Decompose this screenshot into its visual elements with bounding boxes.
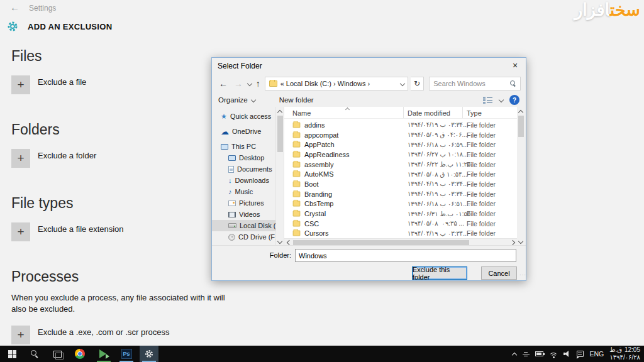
task-view-button[interactable] (48, 346, 67, 362)
scroll-down-icon[interactable] (278, 239, 282, 244)
exclude-this-folder-button[interactable]: Exclude this folder (412, 266, 467, 280)
chrome-taskbar-button[interactable] (70, 346, 89, 362)
close-icon[interactable]: × (504, 58, 526, 74)
file-row[interactable]: AppPatch۱۳۹۴/۰۶/۱۸ب۰۶:۵۹...File folder (284, 140, 517, 150)
this-pc-icon (221, 144, 228, 150)
videos-icon (228, 212, 236, 217)
file-row[interactable]: Boot۱۳۹۴/۰۴/۱۹ب۰۳:۳۴...File folder (284, 179, 517, 189)
cancel-button[interactable]: Cancel (481, 266, 517, 280)
page-title: ADD AN EXCLUSION (28, 22, 112, 31)
nav-documents[interactable]: Documents (212, 163, 275, 175)
settings-window: ← Settings سختافزار ADD AN EXCLUSION Fil… (0, 0, 644, 362)
nav-quick-access[interactable]: ★Quick access (212, 111, 275, 122)
breadcrumb[interactable]: « Local Disk (C:) › Windows › (280, 80, 370, 87)
help-icon[interactable]: ? (509, 95, 519, 105)
folder-icon (293, 231, 301, 236)
back-arrow-icon[interactable]: ← (10, 2, 19, 13)
scroll-thumb[interactable] (518, 116, 524, 137)
column-name[interactable]: Name (292, 109, 311, 117)
folder-icon (293, 122, 301, 128)
nav-onedrive[interactable]: ☁OneDrive (212, 126, 275, 137)
file-row[interactable]: Branding۱۳۹۴/۰۴/۱۹ب۰۳:۳۴...File folder (284, 189, 517, 199)
scroll-up-icon[interactable] (278, 109, 282, 114)
change-view-icon[interactable] (483, 96, 492, 104)
nav-cd-drive[interactable]: CD Drive (F:) (212, 231, 275, 243)
scroll-left-icon[interactable] (286, 241, 291, 245)
exclude-process-label[interactable]: Exclude a .exe, .com or .scr process (38, 327, 170, 337)
downloads-icon: ↓ (228, 177, 232, 184)
search-box[interactable]: Search Windows (429, 77, 521, 90)
nav-local-disk[interactable]: Local Disk (C:) (212, 220, 275, 231)
scroll-up-icon[interactable] (519, 109, 523, 114)
folder-icon (293, 132, 301, 138)
file-row[interactable]: Crystal۱۳۹۴/۰۶/۳۱ب.ظ۰۱:۵۵File folder (284, 209, 517, 219)
list-scrollbar[interactable] (517, 107, 525, 246)
exclude-file-label[interactable]: Exclude a file (38, 77, 86, 87)
scroll-thumb[interactable] (277, 116, 283, 152)
file-row[interactable]: AutoKMS۱۳۹۴/۰۵/۰۸ق۱۰:۵۴...File folder (284, 169, 517, 179)
file-row[interactable]: CSC۱۳۹۴/۰۵/۰۸۰۹:۳۵ ...File folder (284, 219, 517, 229)
resize-grip[interactable]: ··· (519, 274, 525, 279)
show-hidden-icons-chevron[interactable] (512, 351, 517, 356)
search-icon[interactable] (510, 80, 516, 87)
taskbar-search-button[interactable] (25, 346, 44, 362)
nav-scrollbar[interactable] (275, 107, 284, 246)
dialog-toolbar: Organize New folder ? (212, 93, 526, 107)
file-list: Name Date modified Type addins۱۳۹۴/۰۴/۱۹… (284, 107, 517, 246)
start-button[interactable] (3, 346, 21, 362)
nav-desktop[interactable]: Desktop (212, 152, 275, 163)
exclude-file-button[interactable]: + (11, 75, 30, 94)
exclude-folder-button[interactable]: + (11, 149, 30, 168)
file-row[interactable]: addins۱۳۹۴/۰۴/۱۹ب۰۳:۳۴...File folder (284, 120, 517, 130)
dialog-titlebar[interactable]: Select Folder × (212, 58, 526, 74)
onedrive-icon: ☁ (221, 128, 229, 136)
address-dropdown-icon[interactable] (400, 82, 404, 86)
settings-taskbar-button[interactable] (140, 346, 158, 362)
exclude-extension-button[interactable]: + (11, 222, 30, 241)
folder-name-input[interactable] (295, 249, 516, 262)
scroll-right-icon[interactable] (511, 241, 515, 245)
dialog-title: Select Folder (218, 62, 262, 70)
exclude-process-button[interactable]: + (11, 326, 30, 344)
history-dropdown-icon[interactable] (247, 82, 252, 86)
file-row[interactable]: CbsTemp۱۳۹۴/۰۶/۱۸ب۰۶:۵۱....File folder (284, 199, 517, 209)
system-tray: ENG ق.ظ12:05 ۱۳۹۴/۰۶/۲۸ (512, 346, 644, 362)
file-row[interactable]: assembly۱۳۹۴/۰۶/۲۲ب.ظ۱۱:۲۵File folder (284, 160, 517, 170)
nav-music[interactable]: ♪Music (212, 186, 275, 197)
usb-tray-icon[interactable] (523, 351, 530, 357)
nav-videos[interactable]: Videos (212, 209, 275, 220)
folder-icon (293, 191, 301, 197)
column-type[interactable]: Type (467, 109, 482, 117)
volume-icon[interactable] (564, 351, 571, 357)
folder-icon (293, 221, 301, 226)
new-folder-button[interactable]: New folder (279, 96, 314, 104)
dialog-footer: Folder: Exclude this folder Cancel ··· (212, 245, 526, 280)
file-row[interactable]: AppReadiness۱۳۹۴/۰۶/۲۷ب۱۰:۱۸....File fol… (284, 150, 517, 160)
nav-pictures[interactable]: Pictures (212, 197, 275, 209)
wifi-icon[interactable] (549, 351, 558, 357)
media-player-taskbar-button[interactable] (94, 346, 113, 362)
action-center-icon[interactable] (577, 351, 584, 357)
select-folder-dialog: Select Folder × ← → ↑ « Local Disk (C:) … (211, 57, 526, 281)
photoshop-taskbar-button[interactable]: Ps (117, 346, 136, 362)
file-row[interactable]: appcompat۱۳۹۴/۰۵/۰۹ق۰۴:۰۶...File folder (284, 130, 517, 140)
column-date-modified[interactable]: Date modified (408, 109, 450, 117)
breadcrumb-bar[interactable]: « Local Disk (C:) › Windows › (265, 77, 408, 90)
battery-icon[interactable] (535, 351, 543, 356)
refresh-icon[interactable]: ↻ (411, 77, 424, 90)
scroll-down-icon[interactable] (519, 239, 523, 244)
nav-forward-icon[interactable]: → (232, 79, 245, 89)
file-row[interactable]: Cursors۱۳۹۴/۰۴/۱۹ب۰۳:۳۴...File folder (284, 229, 517, 239)
exclude-extension-label[interactable]: Exclude a file extension (38, 224, 124, 234)
language-indicator[interactable]: ENG (589, 350, 604, 358)
taskbar-clock[interactable]: ق.ظ12:05 ۱۳۹۴/۰۶/۲۸ (609, 346, 640, 362)
organize-menu[interactable]: Organize (218, 96, 255, 104)
clock-date: ۱۳۹۴/۰۶/۲۸ (609, 354, 640, 362)
nav-back-icon[interactable]: ← (217, 79, 230, 89)
search-icon (31, 350, 38, 358)
exclude-folder-label[interactable]: Exclude a folder (38, 151, 96, 160)
nav-up-icon[interactable]: ↑ (254, 79, 262, 89)
nav-downloads[interactable]: ↓Downloads (212, 175, 275, 186)
view-dropdown-icon[interactable] (499, 98, 503, 102)
nav-this-pc[interactable]: This PC (212, 141, 275, 152)
